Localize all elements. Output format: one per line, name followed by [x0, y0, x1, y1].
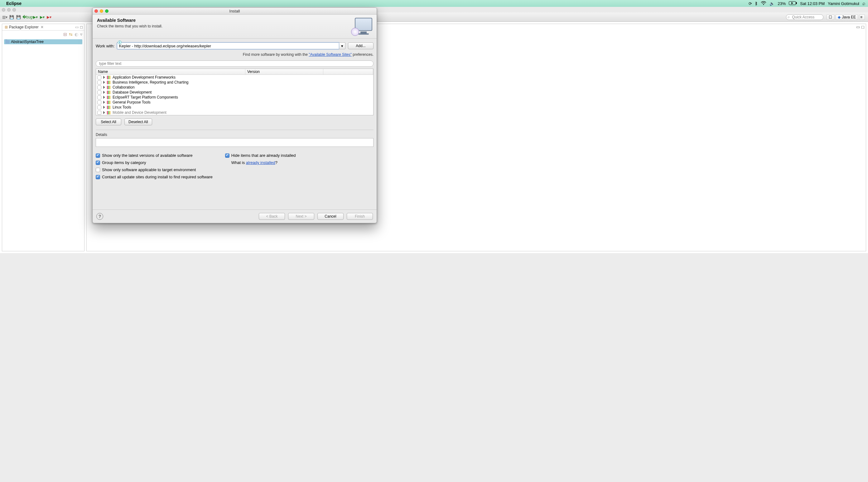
- dialog-titlebar: Install: [93, 8, 377, 14]
- active-app-name[interactable]: Eclipse: [6, 1, 22, 6]
- package-explorer-tab[interactable]: ⊞ Package Explorer ✕: [3, 25, 45, 30]
- expand-icon[interactable]: [103, 76, 105, 79]
- category-label: Database Development: [113, 90, 152, 94]
- category-label: Collaboration: [113, 85, 135, 89]
- quick-access-input[interactable]: Quick Access: [786, 14, 824, 20]
- info-badge-icon: i: [118, 40, 122, 44]
- category-row[interactable]: Mobile and Device Development: [96, 110, 373, 115]
- category-checkbox[interactable]: [97, 106, 101, 110]
- work-with-combo[interactable]: ▾: [117, 42, 345, 49]
- perspective-overflow-button[interactable]: ≡: [859, 14, 865, 20]
- opt-hide-checkbox[interactable]: [225, 153, 229, 158]
- work-with-input[interactable]: [117, 42, 339, 49]
- cancel-button[interactable]: Cancel: [317, 213, 344, 220]
- help-icon[interactable]: ?: [96, 213, 103, 220]
- minimize-view-icon[interactable]: ▭: [75, 25, 79, 29]
- available-sites-link[interactable]: "Available Software Sites": [309, 52, 352, 57]
- col-name[interactable]: Name: [96, 69, 245, 74]
- expand-icon[interactable]: [103, 81, 105, 84]
- external-tools-icon[interactable]: ▶▾: [46, 14, 52, 20]
- category-icon: [107, 106, 111, 109]
- debug-icon[interactable]: �bug▾: [26, 14, 31, 20]
- battery-icon[interactable]: [789, 1, 797, 6]
- time-machine-icon[interactable]: ⟳: [749, 1, 752, 6]
- add-site-button[interactable]: Add...: [348, 42, 373, 49]
- user-name[interactable]: Yamini Gotimukul: [828, 1, 859, 6]
- combo-arrow-icon[interactable]: ▾: [339, 42, 345, 49]
- category-checkbox[interactable]: [97, 90, 101, 94]
- category-row[interactable]: Database Development: [96, 90, 373, 95]
- category-icon: [107, 101, 111, 104]
- category-checkbox[interactable]: [97, 85, 101, 89]
- next-button[interactable]: Next >: [288, 213, 314, 220]
- category-row[interactable]: Collaboration: [96, 85, 373, 90]
- new-icon[interactable]: ▥▾: [2, 14, 7, 20]
- javaee-perspective-button[interactable]: ◆Java EE: [836, 14, 858, 20]
- focus-task-icon[interactable]: ◐: [74, 32, 78, 37]
- finish-button[interactable]: Finish: [347, 213, 373, 220]
- volume-icon[interactable]: 🔈: [770, 1, 774, 6]
- category-row[interactable]: Business Intelligence, Reporting and Cha…: [96, 80, 373, 85]
- col-version[interactable]: Version: [245, 69, 323, 74]
- category-checkbox[interactable]: [97, 95, 101, 99]
- opt-latest-checkbox[interactable]: [96, 153, 100, 158]
- deselect-all-button[interactable]: Deselect All: [124, 118, 152, 125]
- category-checkbox[interactable]: [97, 100, 101, 104]
- minimize-editor-icon[interactable]: ▭: [856, 25, 860, 29]
- spotlight-icon[interactable]: ⌕: [862, 1, 866, 6]
- filter-input[interactable]: [96, 60, 373, 67]
- wifi-icon[interactable]: [761, 1, 766, 6]
- opt-target-checkbox[interactable]: [96, 168, 100, 172]
- opt-group-checkbox[interactable]: [96, 160, 100, 165]
- opt-hide-label: Hide items that are already installed: [231, 153, 296, 158]
- expand-icon[interactable]: [103, 86, 105, 89]
- save-icon[interactable]: 💾: [9, 14, 14, 20]
- already-installed-link[interactable]: already installed: [246, 160, 275, 165]
- save-all-icon[interactable]: 💾: [16, 14, 21, 20]
- category-row[interactable]: EclipseRT Target Platform Components: [96, 95, 373, 100]
- category-checkbox[interactable]: [97, 111, 101, 115]
- opt-contact-label: Contact all update sites during install …: [102, 175, 213, 179]
- software-tree[interactable]: Name Version Application Development Fra…: [96, 68, 373, 115]
- view-menu-icon[interactable]: ▿: [80, 32, 82, 37]
- category-row[interactable]: Linux Tools: [96, 105, 373, 110]
- sites-hint: Find more software by working with the "…: [96, 52, 373, 57]
- bluetooth-icon[interactable]: ᛒ: [755, 1, 757, 6]
- category-checkbox[interactable]: [97, 76, 101, 80]
- open-perspective-button[interactable]: ☐: [827, 14, 834, 20]
- back-button[interactable]: < Back: [259, 213, 285, 220]
- minimize-icon[interactable]: [7, 8, 10, 11]
- clock[interactable]: Sat 12:03 PM: [800, 1, 825, 6]
- run-icon[interactable]: ▶▾: [32, 14, 38, 20]
- run-last-icon[interactable]: ▶▾: [39, 14, 45, 20]
- expand-icon[interactable]: [103, 91, 105, 94]
- expand-icon[interactable]: [103, 101, 105, 104]
- dialog-footer: ? < Back Next > Cancel Finish: [93, 210, 377, 223]
- dialog-header: Available Software Check the items that …: [93, 14, 377, 39]
- category-label: Application Development Frameworks: [113, 75, 176, 80]
- window-controls[interactable]: [2, 8, 16, 11]
- link-editor-icon[interactable]: ⇆: [69, 32, 73, 37]
- close-icon[interactable]: [2, 8, 5, 11]
- expand-icon[interactable]: [103, 111, 105, 114]
- close-view-icon[interactable]: ✕: [40, 25, 44, 29]
- opt-latest-label: Show only the latest versions of availab…: [102, 153, 193, 158]
- category-icon: [107, 76, 111, 79]
- maximize-editor-icon[interactable]: ◻: [861, 25, 865, 29]
- select-all-button[interactable]: Select All: [96, 118, 121, 125]
- maximize-view-icon[interactable]: ◻: [80, 25, 83, 29]
- category-checkbox[interactable]: [97, 81, 101, 85]
- category-row[interactable]: Application Development Frameworks: [96, 75, 373, 80]
- package-explorer-view: ⊞ Package Explorer ✕ ▭ ◻ ⊟ ⇆ ◐ ▿ Abstrac…: [2, 24, 85, 251]
- install-dialog: Install Available Software Check the ite…: [92, 7, 377, 223]
- battery-percent: 23%: [778, 1, 786, 6]
- category-row[interactable]: General Purpose Tools: [96, 100, 373, 105]
- expand-icon[interactable]: [103, 106, 105, 109]
- svg-point-0: [763, 4, 764, 5]
- expand-icon[interactable]: [103, 96, 105, 99]
- project-item[interactable]: AbstractSyntaxTree: [4, 39, 82, 44]
- category-label: General Purpose Tools: [113, 100, 151, 104]
- opt-contact-checkbox[interactable]: [96, 175, 100, 179]
- zoom-icon[interactable]: [12, 8, 16, 11]
- collapse-all-icon[interactable]: ⊟: [63, 32, 67, 37]
